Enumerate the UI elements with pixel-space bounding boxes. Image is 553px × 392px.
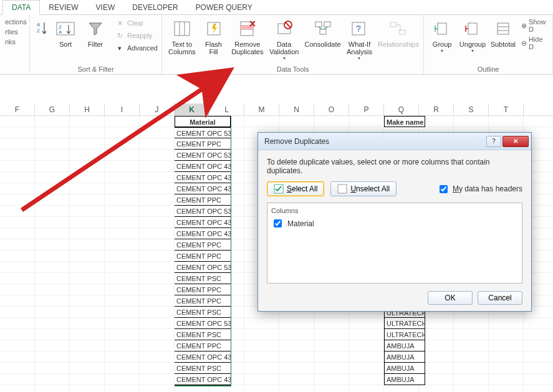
filter-button[interactable]: Filter — [81, 17, 110, 49]
column-item-checkbox[interactable] — [274, 219, 282, 227]
ok-button[interactable]: OK — [428, 291, 473, 305]
column-header-T[interactable]: T — [489, 103, 524, 115]
table-row[interactable]: CEMENT OPC 53 — [175, 206, 231, 217]
column-item-label: Material — [287, 219, 314, 228]
table-row[interactable]: CEMENT PPC — [175, 138, 231, 150]
svg-rect-24 — [468, 23, 477, 34]
columns-listbox-header: Columns — [271, 206, 518, 217]
headers-checkbox[interactable] — [440, 185, 448, 193]
column-header-I[interactable]: I — [105, 103, 140, 115]
svg-text:A: A — [59, 29, 62, 35]
svg-rect-18 — [320, 29, 326, 34]
svg-rect-5 — [175, 22, 190, 36]
column-header-K[interactable]: K — [175, 103, 209, 115]
table-row[interactable]: CEMENT PPC — [175, 295, 231, 307]
dialog-instruction: To delete duplicate values, select one o… — [267, 158, 522, 175]
column-header-H[interactable]: H — [70, 103, 105, 115]
ungroup-button[interactable]: Ungroup ▾ — [458, 17, 488, 55]
whatif-analysis-button[interactable]: ? What-If Analysis ▾ — [344, 17, 375, 63]
table-row[interactable]: ULTRATECH — [384, 329, 425, 340]
table-row[interactable]: CEMENT PSC — [175, 307, 231, 318]
hide-detail-button[interactable]: ⊖Hide D — [520, 35, 549, 51]
sort-az-icon: AZ — [32, 19, 52, 39]
column-header-S[interactable]: S — [454, 103, 489, 115]
group-button[interactable]: Group ▾ — [428, 17, 456, 55]
table-row[interactable]: CEMENT PSC — [175, 363, 231, 374]
table-row[interactable]: CEMENT PPC — [175, 340, 231, 351]
table-row[interactable]: CEMENT PPC — [175, 251, 231, 262]
sort-az-button[interactable]: AZ — [34, 17, 50, 42]
links-stub[interactable]: nks — [4, 37, 28, 46]
column-headers: FGHIJKLMNOPQRST — [0, 103, 553, 116]
column-header-N[interactable]: N — [279, 103, 314, 115]
table-row[interactable]: AMBUJA — [384, 351, 425, 363]
tab-view[interactable]: VIEW — [87, 1, 124, 14]
table-row[interactable]: AMBUJA — [384, 340, 425, 351]
table-row[interactable]: CEMENT OPC 53 — [175, 318, 231, 329]
dialog-titlebar[interactable]: Remove Duplicates ? ✕ — [258, 133, 531, 150]
consolidate-button[interactable]: Consolidate — [302, 17, 343, 49]
column-header-R[interactable]: R — [419, 103, 454, 115]
tab-data[interactable]: DATA — [2, 0, 40, 15]
column-header-M[interactable]: M — [244, 103, 279, 115]
show-detail-button[interactable]: ⊕Show D — [520, 17, 549, 34]
help-button[interactable]: ? — [486, 136, 501, 147]
table-row[interactable]: CEMENT OPC 53 — [175, 127, 231, 138]
table-row[interactable]: CEMENT PPC — [175, 194, 231, 206]
column-header-J[interactable]: J — [140, 103, 175, 115]
properties-stub[interactable]: rties — [4, 27, 28, 36]
chevron-down-icon: ▾ — [471, 49, 474, 54]
tab-powerquery[interactable]: POWER QUERY — [187, 1, 261, 14]
subtotal-button[interactable]: Subtotal — [489, 17, 517, 49]
column-header-P[interactable]: P — [349, 103, 384, 115]
minus-icon: ⊖ — [521, 39, 527, 47]
column-header-F[interactable]: F — [0, 103, 35, 115]
group-outline: Outline — [428, 64, 549, 74]
table-row[interactable]: CEMENT PPC — [175, 284, 231, 295]
table-row[interactable]: AMBUJA — [384, 363, 425, 374]
table-row[interactable]: CEMENT OPC 53 — [175, 150, 231, 161]
sort-button[interactable]: ZA Sort — [51, 17, 80, 49]
table-row[interactable]: CEMENT PPC — [175, 239, 231, 251]
table-row[interactable]: CEMENT OPC 53 — [175, 262, 231, 273]
clear-filter-button[interactable]: ✕Clear — [112, 17, 160, 29]
reapply-filter-button[interactable]: ↻Reapply — [112, 30, 160, 41]
advanced-filter-button[interactable]: ▾Advanced — [112, 42, 160, 54]
columns-listbox[interactable]: Columns Material — [267, 203, 522, 284]
header-cell-make[interactable]: Make name — [384, 116, 425, 127]
close-button[interactable]: ✕ — [503, 136, 529, 147]
column-header-G[interactable]: G — [35, 103, 70, 115]
table-row[interactable]: CEMENT PSC — [175, 329, 231, 340]
column-item-material[interactable]: Material — [271, 217, 518, 230]
remove-duplicates-button[interactable]: Remove Duplicates — [229, 17, 266, 57]
table-row[interactable]: CEMENT OPC 43 — [175, 183, 231, 194]
column-header-L[interactable]: L — [209, 103, 244, 115]
svg-text:A: A — [37, 22, 41, 27]
table-row[interactable]: CEMENT OPC 43 — [175, 228, 231, 239]
table-row[interactable]: CEMENT OPC 43 — [175, 374, 231, 385]
select-all-button[interactable]: Select All — [267, 181, 324, 196]
header-cell-material[interactable]: Material — [175, 116, 231, 127]
subtotal-icon — [493, 19, 513, 39]
unselect-all-button[interactable]: Unselect All — [330, 181, 397, 196]
flash-fill-button[interactable]: Flash Fill — [200, 17, 228, 57]
column-header-O[interactable]: O — [314, 103, 349, 115]
data-validation-button[interactable]: Data Validation ▾ — [267, 17, 301, 63]
help-icon: ? — [492, 138, 496, 145]
tab-review[interactable]: REVIEW — [40, 1, 87, 14]
relationships-button[interactable]: Relationships — [376, 17, 420, 49]
table-row[interactable]: AMBUJA — [384, 374, 425, 385]
table-row[interactable]: CEMENT OPC 43 — [175, 351, 231, 363]
table-row[interactable]: CEMENT OPC 43 — [175, 217, 231, 228]
group-sort-filter: Sort & Filter — [34, 64, 158, 74]
table-row[interactable]: CEMENT PSC — [175, 273, 231, 284]
tab-developer[interactable]: DEVELOPER — [123, 1, 186, 14]
table-row[interactable]: ULTRATECH — [384, 318, 425, 329]
connections-stub[interactable]: ections — [4, 17, 28, 26]
table-row[interactable]: CEMENT OPC 43 — [175, 172, 231, 183]
headers-checkbox-row[interactable]: My data has headers — [437, 183, 522, 195]
text-to-columns-button[interactable]: Text to Columns — [166, 17, 198, 57]
column-header-Q[interactable]: Q — [384, 103, 419, 115]
table-row[interactable]: CEMENT OPC 43 — [175, 161, 231, 172]
cancel-button[interactable]: Cancel — [478, 291, 522, 305]
